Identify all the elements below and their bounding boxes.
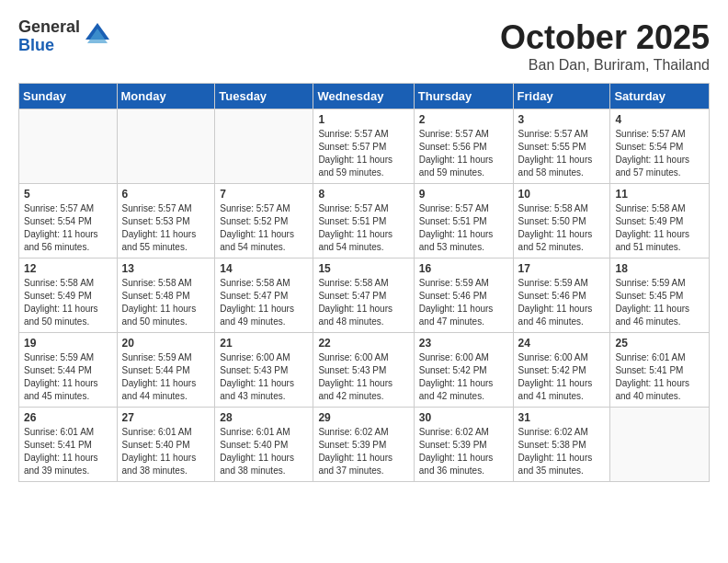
calendar-day-cell: 23Sunrise: 6:00 AM Sunset: 5:42 PM Dayli…	[414, 333, 513, 408]
calendar-day-cell: 3Sunrise: 5:57 AM Sunset: 5:55 PM Daylig…	[513, 109, 610, 184]
day-info: Sunrise: 6:00 AM Sunset: 5:42 PM Dayligh…	[518, 351, 606, 403]
day-info: Sunrise: 5:57 AM Sunset: 5:51 PM Dayligh…	[419, 202, 508, 254]
calendar-week-row: 19Sunrise: 5:59 AM Sunset: 5:44 PM Dayli…	[19, 333, 710, 408]
day-info: Sunrise: 5:57 AM Sunset: 5:54 PM Dayligh…	[24, 202, 112, 254]
calendar-day-cell	[610, 408, 710, 482]
calendar-day-cell: 13Sunrise: 5:58 AM Sunset: 5:48 PM Dayli…	[117, 259, 215, 333]
calendar-day-cell: 6Sunrise: 5:57 AM Sunset: 5:53 PM Daylig…	[117, 184, 215, 259]
day-info: Sunrise: 5:58 AM Sunset: 5:49 PM Dayligh…	[24, 277, 112, 328]
day-number: 25	[615, 337, 704, 350]
calendar-week-row: 5Sunrise: 5:57 AM Sunset: 5:54 PM Daylig…	[19, 184, 710, 259]
logo-general: General	[18, 18, 80, 37]
calendar-header-row: SundayMondayTuesdayWednesdayThursdayFrid…	[19, 84, 710, 109]
day-info: Sunrise: 5:57 AM Sunset: 5:55 PM Dayligh…	[518, 128, 606, 179]
calendar-day-cell: 15Sunrise: 5:58 AM Sunset: 5:47 PM Dayli…	[313, 259, 414, 333]
calendar-day-cell: 22Sunrise: 6:00 AM Sunset: 5:43 PM Dayli…	[313, 333, 414, 408]
day-number: 31	[518, 411, 606, 424]
calendar-day-cell: 8Sunrise: 5:57 AM Sunset: 5:51 PM Daylig…	[313, 184, 414, 259]
day-number: 8	[318, 188, 408, 201]
day-number: 19	[24, 337, 112, 350]
day-info: Sunrise: 6:01 AM Sunset: 5:40 PM Dayligh…	[220, 426, 308, 477]
calendar-day-cell: 17Sunrise: 5:59 AM Sunset: 5:46 PM Dayli…	[513, 259, 610, 333]
calendar-day-cell: 18Sunrise: 5:59 AM Sunset: 5:45 PM Dayli…	[610, 259, 710, 333]
day-number: 13	[122, 262, 210, 275]
calendar-week-row: 12Sunrise: 5:58 AM Sunset: 5:49 PM Dayli…	[19, 259, 710, 333]
day-info: Sunrise: 5:58 AM Sunset: 5:47 PM Dayligh…	[220, 277, 308, 328]
day-info: Sunrise: 5:58 AM Sunset: 5:48 PM Dayligh…	[122, 277, 210, 328]
calendar-day-cell: 25Sunrise: 6:01 AM Sunset: 5:41 PM Dayli…	[610, 333, 710, 408]
calendar-day-cell	[19, 109, 118, 184]
calendar-day-cell: 4Sunrise: 5:57 AM Sunset: 5:54 PM Daylig…	[610, 109, 710, 184]
day-number: 1	[318, 113, 408, 126]
calendar-day-cell	[117, 109, 215, 184]
day-info: Sunrise: 5:57 AM Sunset: 5:53 PM Dayligh…	[122, 202, 210, 254]
day-number: 21	[220, 337, 308, 350]
day-info: Sunrise: 5:57 AM Sunset: 5:57 PM Dayligh…	[318, 128, 408, 179]
day-info: Sunrise: 6:01 AM Sunset: 5:40 PM Dayligh…	[122, 426, 210, 477]
day-number: 5	[24, 188, 112, 201]
calendar-day-cell: 26Sunrise: 6:01 AM Sunset: 5:41 PM Dayli…	[19, 408, 118, 482]
month-title: October 2025	[500, 18, 710, 57]
calendar-day-cell: 12Sunrise: 5:58 AM Sunset: 5:49 PM Dayli…	[19, 259, 118, 333]
day-number: 11	[615, 188, 704, 201]
day-number: 2	[419, 113, 508, 126]
day-number: 30	[419, 411, 508, 424]
day-info: Sunrise: 6:02 AM Sunset: 5:39 PM Dayligh…	[419, 426, 508, 477]
day-info: Sunrise: 6:02 AM Sunset: 5:39 PM Dayligh…	[318, 426, 408, 477]
day-number: 7	[220, 188, 308, 201]
page-header: General Blue October 2025 Ban Dan, Burir…	[18, 18, 710, 74]
day-number: 26	[24, 411, 112, 424]
calendar-day-cell: 16Sunrise: 5:59 AM Sunset: 5:46 PM Dayli…	[414, 259, 513, 333]
calendar-day-cell: 30Sunrise: 6:02 AM Sunset: 5:39 PM Dayli…	[414, 408, 513, 482]
calendar-week-row: 26Sunrise: 6:01 AM Sunset: 5:41 PM Dayli…	[19, 408, 710, 482]
day-number: 3	[518, 113, 606, 126]
day-number: 28	[220, 411, 308, 424]
day-number: 15	[318, 262, 408, 275]
calendar-day-cell: 10Sunrise: 5:58 AM Sunset: 5:50 PM Dayli…	[513, 184, 610, 259]
title-block: October 2025 Ban Dan, Buriram, Thailand	[500, 18, 710, 74]
calendar-day-cell: 1Sunrise: 5:57 AM Sunset: 5:57 PM Daylig…	[313, 109, 414, 184]
calendar-day-cell	[215, 109, 313, 184]
logo: General Blue	[18, 18, 111, 55]
calendar-day-cell: 11Sunrise: 5:58 AM Sunset: 5:49 PM Dayli…	[610, 184, 710, 259]
day-number: 14	[220, 262, 308, 275]
calendar-day-cell: 20Sunrise: 5:59 AM Sunset: 5:44 PM Dayli…	[117, 333, 215, 408]
day-number: 9	[419, 188, 508, 201]
day-number: 22	[318, 337, 408, 350]
calendar-day-cell: 24Sunrise: 6:00 AM Sunset: 5:42 PM Dayli…	[513, 333, 610, 408]
day-number: 10	[518, 188, 606, 201]
calendar-header-wednesday: Wednesday	[313, 84, 414, 109]
logo-icon	[84, 21, 111, 52]
calendar-day-cell: 31Sunrise: 6:02 AM Sunset: 5:38 PM Dayli…	[513, 408, 610, 482]
day-info: Sunrise: 6:00 AM Sunset: 5:43 PM Dayligh…	[220, 351, 308, 403]
day-info: Sunrise: 5:59 AM Sunset: 5:45 PM Dayligh…	[615, 277, 704, 328]
calendar-day-cell: 7Sunrise: 5:57 AM Sunset: 5:52 PM Daylig…	[215, 184, 313, 259]
day-info: Sunrise: 6:00 AM Sunset: 5:43 PM Dayligh…	[318, 351, 408, 403]
calendar-day-cell: 29Sunrise: 6:02 AM Sunset: 5:39 PM Dayli…	[313, 408, 414, 482]
day-number: 29	[318, 411, 408, 424]
day-info: Sunrise: 5:59 AM Sunset: 5:44 PM Dayligh…	[24, 351, 112, 403]
calendar-header-monday: Monday	[117, 84, 215, 109]
calendar-header-saturday: Saturday	[610, 84, 710, 109]
day-info: Sunrise: 6:02 AM Sunset: 5:38 PM Dayligh…	[518, 426, 606, 477]
day-info: Sunrise: 5:58 AM Sunset: 5:49 PM Dayligh…	[615, 202, 704, 254]
calendar-day-cell: 2Sunrise: 5:57 AM Sunset: 5:56 PM Daylig…	[414, 109, 513, 184]
calendar-day-cell: 21Sunrise: 6:00 AM Sunset: 5:43 PM Dayli…	[215, 333, 313, 408]
day-number: 16	[419, 262, 508, 275]
calendar-header-sunday: Sunday	[19, 84, 118, 109]
calendar-day-cell: 9Sunrise: 5:57 AM Sunset: 5:51 PM Daylig…	[414, 184, 513, 259]
day-info: Sunrise: 5:57 AM Sunset: 5:54 PM Dayligh…	[615, 128, 704, 179]
day-number: 4	[615, 113, 704, 126]
day-info: Sunrise: 6:00 AM Sunset: 5:42 PM Dayligh…	[419, 351, 508, 403]
calendar-week-row: 1Sunrise: 5:57 AM Sunset: 5:57 PM Daylig…	[19, 109, 710, 184]
day-info: Sunrise: 5:59 AM Sunset: 5:46 PM Dayligh…	[518, 277, 606, 328]
day-info: Sunrise: 5:57 AM Sunset: 5:51 PM Dayligh…	[318, 202, 408, 254]
day-number: 20	[122, 337, 210, 350]
calendar-day-cell: 28Sunrise: 6:01 AM Sunset: 5:40 PM Dayli…	[215, 408, 313, 482]
day-info: Sunrise: 5:58 AM Sunset: 5:47 PM Dayligh…	[318, 277, 408, 328]
calendar-header-thursday: Thursday	[414, 84, 513, 109]
day-number: 17	[518, 262, 606, 275]
day-info: Sunrise: 6:01 AM Sunset: 5:41 PM Dayligh…	[24, 426, 112, 477]
calendar-day-cell: 14Sunrise: 5:58 AM Sunset: 5:47 PM Dayli…	[215, 259, 313, 333]
day-info: Sunrise: 6:01 AM Sunset: 5:41 PM Dayligh…	[615, 351, 704, 403]
